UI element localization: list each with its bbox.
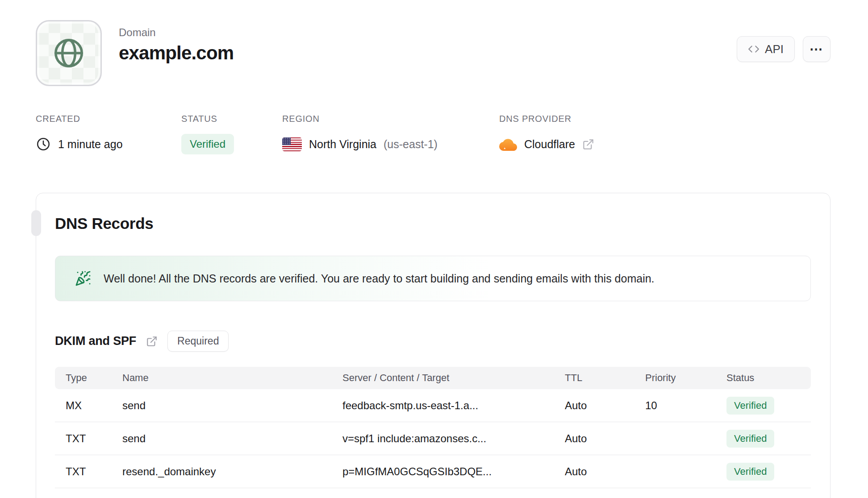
record-type: MX [66,399,122,412]
us-flag-icon [282,137,302,151]
record-name: resend._domainkey [122,465,342,478]
external-link-icon[interactable] [582,138,594,150]
record-type: TXT [66,465,122,478]
record-name: send [122,432,342,445]
record-name: send [122,399,342,412]
dkim-spf-title: DKIM and SPF [55,334,136,348]
col-content: Server / Content / Target [342,372,565,384]
col-type: Type [66,372,122,384]
dns-records-card: DNS Records Well done! All the DNS recor… [36,193,830,498]
page-title: example.com [119,42,234,64]
page-header: Domain example.com API ⋯ [36,0,830,86]
meta-status: STATUS Verified [181,114,282,154]
record-status-badge: Verified [726,463,774,481]
entity-type-label: Domain [119,26,234,39]
meta-region: REGION North Virginia (us-east-1) [282,114,499,154]
record-ttl: Auto [565,465,645,478]
meta-created: CREATED 1 minute ago [36,114,181,154]
api-button-label: API [765,42,784,56]
clock-icon [36,137,51,152]
created-value: 1 minute ago [58,138,123,151]
region-value: North Virginia [309,138,376,151]
globe-icon [51,36,86,71]
record-content[interactable]: p=MIGfMA0GCSqGSIb3DQE... [342,465,565,478]
party-popper-icon [75,270,91,286]
cloudflare-cloud-icon [499,137,517,151]
region-code: (us-east-1) [384,138,438,151]
ellipsis-icon: ⋯ [810,42,824,56]
section-notch [31,210,41,236]
dns-provider-label: DNS PROVIDER [499,114,594,124]
more-options-button[interactable]: ⋯ [803,36,830,62]
header-identity: Domain example.com [36,20,234,86]
success-banner-text: Well done! All the DNS records are verif… [104,272,655,285]
record-content[interactable]: feedback-smtp.us-east-1.a... [342,399,565,412]
status-badge: Verified [181,134,234,154]
domain-avatar [36,20,102,86]
record-status-badge: Verified [726,430,774,448]
col-priority: Priority [645,372,726,384]
table-row: MX send feedback-smtp.us-east-1.a... Aut… [55,389,811,422]
record-priority: 10 [645,399,726,412]
region-label: REGION [282,114,499,124]
meta-dns-provider: DNS PROVIDER Cloudflare [499,114,594,154]
table-row: TXT resend._domainkey p=MIGfMA0GCSqGSIb3… [55,455,811,488]
external-link-icon[interactable] [146,336,158,347]
success-banner: Well done! All the DNS records are verif… [55,256,811,301]
card-title: DNS Records [55,215,811,232]
domain-page: Domain example.com API ⋯ CREATED [0,0,868,498]
record-status-badge: Verified [726,397,774,415]
record-type: TXT [66,432,122,445]
domain-meta: CREATED 1 minute ago STATUS Verified REG… [36,114,830,154]
col-status: Status [726,372,800,384]
status-label: STATUS [181,114,282,124]
dns-provider-value: Cloudflare [524,138,575,151]
code-icon [748,43,760,55]
record-ttl: Auto [565,432,645,445]
api-button[interactable]: API [737,36,795,62]
header-titles: Domain example.com [119,20,234,86]
dns-records-table: Type Name Server / Content / Target TTL … [55,367,811,488]
dkim-spf-section-header: DKIM and SPF Required [55,331,811,352]
header-actions: API ⋯ [737,36,830,62]
record-content[interactable]: v=spf1 include:amazonses.c... [342,432,565,445]
table-header-row: Type Name Server / Content / Target TTL … [55,367,811,389]
col-ttl: TTL [565,372,645,384]
col-name: Name [122,372,342,384]
required-badge: Required [167,331,229,352]
table-row: TXT send v=spf1 include:amazonses.c... A… [55,422,811,455]
created-label: CREATED [36,114,181,124]
record-ttl: Auto [565,399,645,412]
